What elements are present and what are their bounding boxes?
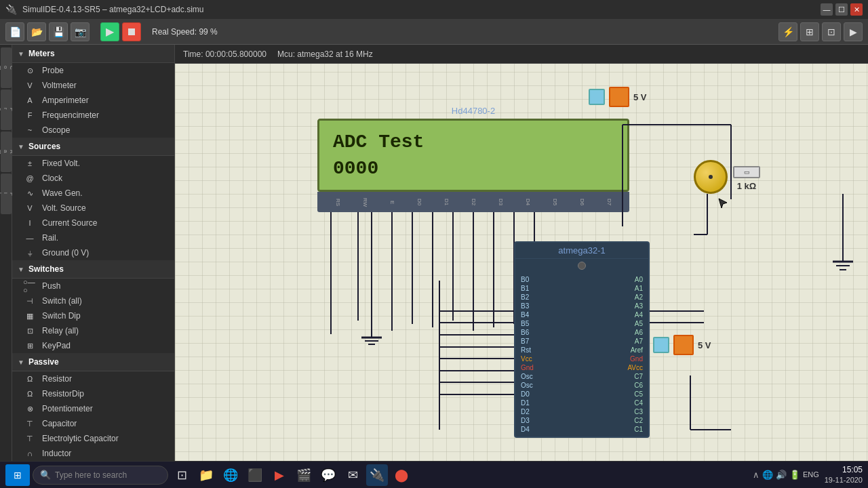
sidebar-item-switchall[interactable]: ⊣ Switch (all) <box>12 293 174 308</box>
app-chat[interactable]: 💬 <box>317 464 339 486</box>
export-button[interactable]: 📷 <box>71 22 90 41</box>
play-button[interactable]: ▶ <box>100 22 119 41</box>
tray-chevron[interactable]: ∧ <box>753 470 760 480</box>
app-powerpoint[interactable]: ▶ <box>269 464 290 486</box>
app-terminal[interactable]: ⬛ <box>244 464 266 486</box>
tray-network[interactable]: 🌐 <box>762 470 773 480</box>
sidebar-item-ground[interactable]: ⏚ Ground (0 V) <box>12 245 174 260</box>
lcd-screen: ADC Test 0000 <box>317 119 629 192</box>
sidebar-item-fixedvolt[interactable]: ± Fixed Volt. <box>12 156 174 171</box>
app-red[interactable]: ⬤ <box>391 464 412 486</box>
sidebar-item-relayall[interactable]: ⊡ Relay (all) <box>12 323 174 338</box>
pin-c5: C5 <box>582 390 646 399</box>
pin-gnd: Gnd <box>582 354 646 363</box>
vtab-fileexplorer[interactable]: Fil <box>1 174 12 214</box>
pin-d0: D0 <box>518 390 582 399</box>
sidebar-item-potentiometer[interactable]: ⊗ Potentiometer <box>12 401 174 416</box>
grid-button[interactable]: ⊞ <box>800 22 819 41</box>
minimize-button[interactable]: — <box>821 3 833 16</box>
fixedvolt-label: Fixed Volt. <box>42 159 80 168</box>
app: 📄 📂 💾 📷 ▶ ⏹ Real Speed: 99 % ⚡ ⊞ ⊡ ▶ Com… <box>0 19 868 488</box>
stop-button[interactable]: ⏹ <box>122 22 141 41</box>
oscope-icon: ~ <box>23 125 37 135</box>
pin-c1: C1 <box>582 425 646 434</box>
arrange-button[interactable]: ⊡ <box>822 22 841 41</box>
sources-arrow: ▼ <box>18 143 24 150</box>
sidebar-item-resistordip[interactable]: Ω ResistorDip <box>12 386 174 401</box>
amperimeter-icon: A <box>23 96 37 105</box>
pin-osc1: Osc <box>518 372 582 381</box>
vtab-properties[interactable]: Pro <box>1 89 12 130</box>
close-button[interactable]: ✕ <box>850 3 863 16</box>
search-icon: 🔍 <box>40 470 51 480</box>
toolbar: 📄 📂 💾 📷 ▶ ⏹ Real Speed: 99 % ⚡ ⊞ ⊡ ▶ <box>0 19 868 45</box>
power-orange-top[interactable] <box>609 87 629 107</box>
app-simulide[interactable]: 🔌 <box>366 464 388 486</box>
sidebar-item-capacitor[interactable]: ⊤ Capacitor <box>12 416 174 431</box>
tray-battery[interactable]: 🔋 <box>789 470 800 480</box>
relayall-icon: ⊡ <box>23 326 37 336</box>
taskview-button[interactable]: ⊡ <box>171 464 193 486</box>
zoom-button[interactable]: ⚡ <box>778 22 797 41</box>
rail-label: Rail. <box>42 233 58 243</box>
section-switches[interactable]: ▼ Switches <box>12 260 174 279</box>
sidebar-item-switchdip[interactable]: ▦ Switch Dip <box>12 308 174 323</box>
cursor-svg <box>717 197 731 211</box>
pin-gnd2: Gnd <box>518 363 582 372</box>
app-edge[interactable]: 🌐 <box>220 464 241 486</box>
section-passive[interactable]: ▼ Passive <box>12 353 174 371</box>
frequencimeter-icon: F <box>23 110 37 120</box>
sidebar-item-rail[interactable]: — Rail. <box>12 230 174 245</box>
sidebar-item-elcap[interactable]: ⊤ Electrolytic Capacitor <box>12 431 174 446</box>
sidebar-item-inductor[interactable]: ∩ Inductor <box>12 446 174 461</box>
open-button[interactable]: 📂 <box>27 22 46 41</box>
sidebar-item-voltmeter[interactable]: V Voltmeter <box>12 78 174 93</box>
search-bar[interactable]: 🔍 Type here to search <box>33 466 168 485</box>
vtab-components[interactable]: Com <box>1 47 12 88</box>
sidebar-item-keypad[interactable]: ⊞ KeyPad <box>12 338 174 353</box>
sidebar-item-oscope[interactable]: ~ Oscope <box>12 123 174 138</box>
pin-b2: B2 <box>518 293 582 302</box>
pin-b3: B3 <box>518 302 582 310</box>
app-mail[interactable]: ✉ <box>342 464 363 486</box>
sidebar-item-amperimeter[interactable]: A Amperimeter <box>12 93 174 108</box>
app-media[interactable]: 🎬 <box>293 464 315 486</box>
pin-d2: D2 <box>518 407 582 416</box>
cursor-position <box>717 197 731 211</box>
pin-vcc: Vcc <box>518 354 582 363</box>
run-button[interactable]: ▶ <box>844 22 863 41</box>
time-status: Time: 00:00:05.800000 <box>183 49 267 59</box>
sidebar-item-probe[interactable]: ⊙ Probe <box>12 63 174 78</box>
new-button[interactable]: 📄 <box>5 22 24 41</box>
maximize-button[interactable]: ☐ <box>835 3 848 16</box>
pin-e: E <box>389 201 395 204</box>
sidebar-item-push[interactable]: ○—○ Push <box>12 279 174 293</box>
clock-area[interactable]: 15:05 19-11-2020 <box>825 465 863 485</box>
probe-icon: ⊙ <box>23 66 37 75</box>
sidebar-item-frequencimeter[interactable]: F Frequencimeter <box>12 108 174 123</box>
section-sources[interactable]: ▼ Sources <box>12 138 174 156</box>
pin-rst: Rst <box>518 346 582 354</box>
resistor-box: ▭ <box>733 166 760 178</box>
capacitor-label: Capacitor <box>42 419 77 428</box>
currentsource-label: Current Source <box>42 218 97 228</box>
save-button[interactable]: 💾 <box>49 22 68 41</box>
start-button[interactable]: ⊞ <box>5 464 30 486</box>
pin-b4: B4 <box>518 310 582 319</box>
section-meters[interactable]: ▼ Meters <box>12 45 174 63</box>
switchall-label: Switch (all) <box>42 296 82 306</box>
potentiometer[interactable] <box>694 160 728 194</box>
sidebar-item-currentsource[interactable]: I Current Source <box>12 216 174 230</box>
power-orange-bottom[interactable] <box>673 335 694 355</box>
pin-a4: A4 <box>582 310 646 319</box>
sidebar-item-voltsource[interactable]: V Volt. Source <box>12 201 174 216</box>
sidebar-item-clock[interactable]: @ Clock <box>12 171 174 186</box>
canvas-area[interactable]: Time: 00:00:05.800000 Mcu: atmega32 at 1… <box>175 45 868 461</box>
tray-volume[interactable]: 🔊 <box>776 470 787 480</box>
sidebar-item-resistor[interactable]: Ω Resistor <box>12 371 174 386</box>
switches-label: Switches <box>28 264 64 274</box>
app-files[interactable]: 📁 <box>195 464 217 486</box>
push-icon: ○—○ <box>23 281 37 291</box>
vtab-ramtable[interactable]: Ram <box>1 131 12 172</box>
sidebar-item-wavegen[interactable]: ∿ Wave Gen. <box>12 186 174 201</box>
